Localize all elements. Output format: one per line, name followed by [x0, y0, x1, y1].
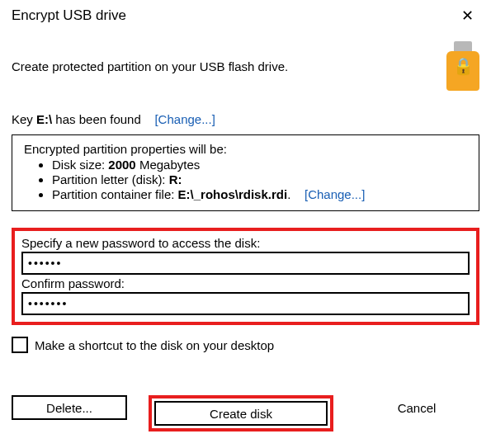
- shortcut-checkbox[interactable]: [12, 337, 28, 353]
- close-icon[interactable]: ✕: [455, 7, 479, 25]
- prop-letter: Partition letter (disk): R:: [52, 172, 467, 186]
- partition-properties-box: Encrypted partition properties will be: …: [12, 134, 479, 211]
- intro-row: Create protected partition on your USB f…: [12, 41, 479, 91]
- password-label: Specify a new password to access the dis…: [21, 236, 470, 250]
- delete-button[interactable]: Delete...: [12, 395, 127, 420]
- create-button-highlight: Create disk: [149, 395, 333, 431]
- key-prefix: Key: [12, 112, 36, 126]
- prop-container: Partition container file: E:\_rohos\rdis…: [52, 187, 467, 201]
- dialog-title: Encrypt USB drive: [12, 7, 126, 24]
- cancel-button[interactable]: Cancel: [355, 395, 479, 420]
- shortcut-checkbox-row[interactable]: Make a shortcut to the disk on your desk…: [12, 337, 479, 353]
- props-header: Encrypted partition properties will be:: [24, 142, 467, 156]
- create-disk-button[interactable]: Create disk: [154, 401, 328, 426]
- confirm-password-input[interactable]: [21, 292, 470, 315]
- prop-size: Disk size: 2000 Megabytes: [52, 158, 467, 172]
- key-suffix: has been found: [52, 112, 141, 126]
- password-section-highlight: Specify a new password to access the dis…: [12, 228, 479, 325]
- button-row: Delete... Create disk Cancel: [12, 395, 479, 436]
- change-key-link[interactable]: [Change...]: [154, 112, 215, 126]
- key-drive: E:\: [36, 112, 52, 126]
- usb-lock-icon: 🔒: [446, 41, 479, 91]
- titlebar: Encrypt USB drive ✕: [12, 7, 479, 25]
- shortcut-label: Make a shortcut to the disk on your desk…: [35, 338, 274, 352]
- change-container-link[interactable]: [Change...]: [305, 187, 365, 201]
- encrypt-usb-dialog: Encrypt USB drive ✕ Create protected par…: [0, 0, 491, 448]
- key-found-row: Key E:\ has been found [Change...]: [12, 112, 479, 126]
- password-input[interactable]: [21, 252, 470, 275]
- intro-text: Create protected partition on your USB f…: [12, 59, 288, 73]
- confirm-password-label: Confirm password:: [21, 276, 470, 290]
